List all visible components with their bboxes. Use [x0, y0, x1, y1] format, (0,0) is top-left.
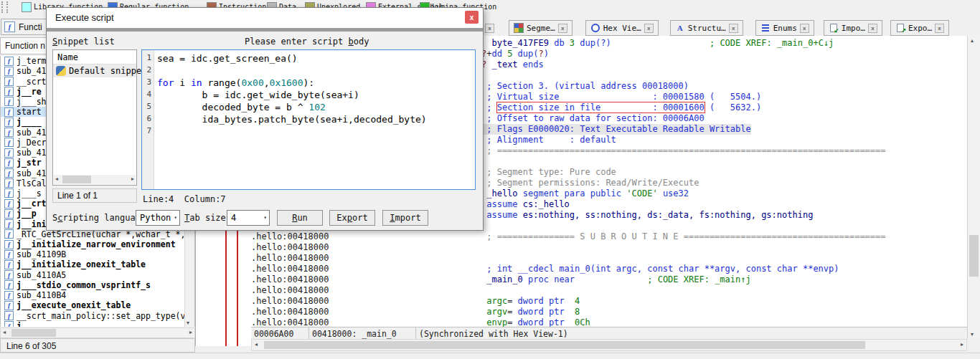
line-number: 5	[142, 102, 154, 114]
function-icon: f	[4, 97, 14, 106]
function-row[interactable]: fj___stdio_common_vsprintf_s	[1, 280, 194, 290]
snippet-list[interactable]: Name Default snippet ◂ ▸	[52, 49, 137, 186]
tab-close-icon[interactable]: x	[800, 24, 809, 33]
function-name: j__ini	[17, 219, 47, 229]
toolbar-grip-icon[interactable]	[1, 1, 8, 13]
tab-exports[interactable]: ↗Expo…x	[890, 20, 949, 36]
scroll-left-icon[interactable]: ◂	[3, 329, 6, 335]
tab-label: Structu…	[688, 24, 726, 33]
scripting-language-select[interactable]: Python ▾	[136, 210, 180, 226]
snippet-name: Default snippet	[69, 66, 146, 76]
function-name: j__crt	[17, 198, 47, 209]
close-icon[interactable]: x	[465, 11, 479, 24]
function-name: j___s	[17, 188, 42, 198]
editor-line[interactable]: decoded_byte = b ^ 102	[157, 102, 475, 114]
disasm-line[interactable]: .hello:00418000	[251, 242, 481, 253]
tab-segments[interactable]: Segme…x	[509, 20, 573, 36]
scroll-right-icon[interactable]: ▸	[131, 176, 134, 182]
function-row[interactable]: f__scrt_main_policy::set_app_type(void)	[1, 310, 194, 320]
tab-enums[interactable]: Enumsx	[755, 20, 814, 36]
function-icon: f	[4, 158, 14, 168]
scrollbar-thumb[interactable]	[264, 341, 865, 349]
disasm-line[interactable]: .hello:00418000 ; =============== S U B …	[251, 231, 886, 242]
functions-status: Line 6 of 305	[0, 338, 195, 353]
function-name: j__initialize_narrow_environment	[17, 239, 176, 249]
scroll-down-icon[interactable]: ▾	[187, 320, 189, 326]
scroll-down-icon[interactable]: ▾	[971, 331, 974, 338]
scripting-language-label: Scripting language	[52, 213, 146, 223]
function-icon: f	[4, 209, 14, 219]
function-name: sub_41109B	[17, 249, 66, 259]
function-row[interactable]: fj__	[1, 321, 194, 327]
tab-structures[interactable]: AStructu…x	[670, 20, 743, 36]
editor-code[interactable]: sea = idc.get_screen_ea()for i in range(…	[157, 53, 475, 189]
function-row[interactable]: fsub_4110A5	[1, 270, 194, 280]
disassembly-horizontal-scrollbar[interactable]: ◂ ▸	[251, 339, 967, 351]
functions-horizontal-scrollbar[interactable]: ◂ ▸	[0, 327, 195, 338]
functions-window-tab-label: Functi	[19, 22, 42, 32]
tab-hexview[interactable]: Hex Vie…x	[585, 20, 659, 36]
tab-close-icon[interactable]: x	[485, 24, 494, 33]
scroll-left-icon[interactable]: ◂	[55, 176, 58, 182]
disasm-line[interactable]: .hello:00418000 envp= dword ptr 0Ch	[251, 317, 590, 327]
editor-line[interactable]	[157, 65, 475, 77]
tab-size-select[interactable]: 4 ▾	[227, 210, 270, 226]
tab-close-icon[interactable]: x	[644, 24, 654, 33]
scrollbar-thumb[interactable]	[969, 235, 979, 277]
scrollbar-thumb[interactable]	[62, 176, 91, 183]
import-button[interactable]: Import	[382, 210, 428, 226]
editor-line[interactable]	[157, 126, 475, 138]
snippet-list-label: Snippet list	[52, 37, 115, 47]
disasm-address: .hello:00418000	[251, 274, 481, 284]
dialog-divider	[47, 28, 483, 32]
status-cell: 00418000: _main_0	[309, 327, 416, 339]
function-icon: f	[4, 311, 14, 320]
disasm-line[interactable]: .hello:00418000 argv= dword ptr 8	[251, 307, 580, 317]
disassembly-status-bar: 00006A0000418000: _main_0(Synchronized w…	[251, 327, 967, 339]
script-body-editor[interactable]: 1234567 sea = idc.get_screen_ea()for i i…	[141, 49, 476, 190]
disasm-address: .hello:00418000	[251, 264, 481, 274]
run-button[interactable]: Run	[277, 210, 323, 226]
editor-line[interactable]: sea = idc.get_screen_ea()	[157, 53, 475, 65]
snippet-list-item[interactable]: Default snippet	[53, 64, 136, 77]
tab-close-icon[interactable]: x	[558, 24, 567, 33]
disasm-address: .hello:00418000	[251, 317, 481, 327]
snippet-name-column-header[interactable]: Name	[53, 50, 136, 64]
editor-line[interactable]: b = idc.get_wide_byte(sea+i)	[157, 90, 475, 102]
tab-close-icon[interactable]: x	[729, 24, 738, 33]
disasm-line[interactable]: .hello:00418000 ; int __cdecl main_0(int…	[251, 264, 839, 274]
function-name: j___stdio_common_vsprintf_s	[17, 280, 151, 290]
function-row[interactable]: fsub_41109B	[1, 249, 194, 259]
scrollbar-thumb[interactable]	[11, 329, 56, 337]
disassembly-vertical-scrollbar[interactable]: ▴ ▾	[967, 36, 980, 339]
function-row[interactable]: fj__initialize_narrow_environment	[1, 239, 194, 249]
editor-line[interactable]: for i in range(0x00,0x1600):	[157, 77, 475, 90]
line-number: 3	[142, 77, 154, 90]
scroll-right-icon[interactable]: ▸	[189, 329, 192, 335]
disasm-line[interactable]: .hello:00418000 _main_0 proc near ; CODE…	[251, 274, 751, 285]
scroll-up-icon[interactable]: ▴	[971, 37, 974, 44]
editor-line[interactable]: ida_bytes.patch_byte(sea+i,decoded_byte)	[157, 114, 475, 126]
function-name: TlsCal	[17, 178, 47, 188]
disasm-line[interactable]: .hello:00418000	[251, 253, 481, 264]
function-name: j__	[17, 321, 32, 327]
function-icon: f	[4, 87, 14, 96]
function-icon: f	[4, 77, 14, 86]
function-icon: f	[4, 188, 14, 198]
function-row[interactable]: fsub_4110B4	[1, 290, 194, 300]
scroll-left-icon[interactable]: ◂	[255, 341, 258, 348]
scroll-right-icon[interactable]: ▸	[961, 341, 963, 348]
disasm-line[interactable]: .hello:00418000	[251, 285, 481, 296]
tab-imports[interactable]: ↙Impo…x	[824, 20, 882, 36]
snippet-list-horizontal-scrollbar[interactable]: ◂ ▸	[54, 175, 136, 184]
function-icon: f	[4, 21, 15, 32]
function-name: start	[17, 107, 42, 117]
export-button[interactable]: Export	[329, 210, 375, 226]
function-row[interactable]: fj__initialize_onexit_table	[1, 259, 194, 269]
tab-close-icon[interactable]: x	[935, 24, 944, 33]
dialog-title-bar[interactable]: Execute script	[47, 8, 483, 28]
function-row[interactable]: fj__execute_onexit_table	[1, 300, 194, 310]
tab-close-icon[interactable]: x	[868, 24, 877, 33]
disasm-address: .hello:00418000	[251, 307, 481, 317]
disasm-line[interactable]: .hello:00418000 argc= dword ptr 4	[251, 296, 580, 307]
